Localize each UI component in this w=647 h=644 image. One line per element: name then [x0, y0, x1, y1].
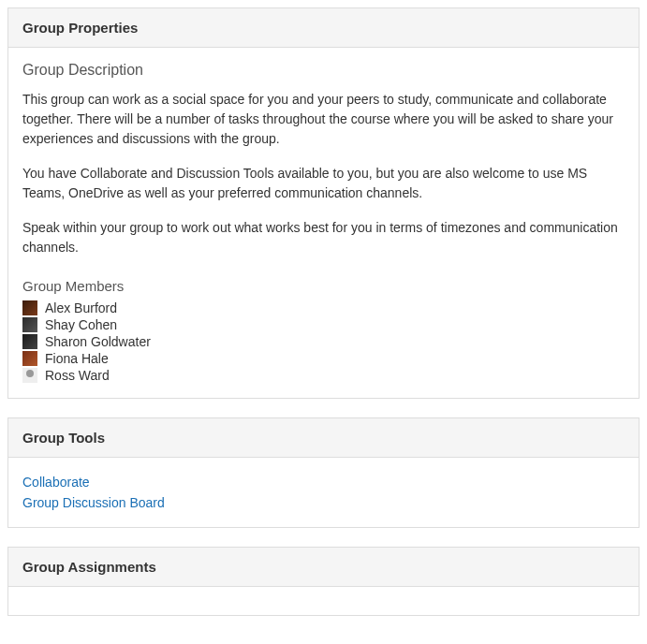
- group-properties-header: Group Properties: [8, 8, 639, 48]
- member-name: Sharon Goldwater: [45, 334, 151, 349]
- member-name: Ross Ward: [45, 368, 110, 383]
- list-item: Sharon Goldwater: [22, 333, 625, 350]
- collaborate-link[interactable]: Collaborate: [22, 472, 625, 492]
- list-item: Collaborate: [22, 472, 625, 492]
- group-properties-body: Group Description This group can work as…: [8, 48, 639, 398]
- group-tools-list: Collaborate Group Discussion Board: [22, 472, 625, 513]
- group-description-heading: Group Description: [22, 62, 625, 79]
- description-paragraph: Speak within your group to work out what…: [22, 218, 625, 257]
- group-members-heading: Group Members: [22, 278, 625, 294]
- list-item: Ross Ward: [22, 367, 625, 384]
- group-tools-header: Group Tools: [8, 418, 639, 458]
- avatar: [22, 351, 37, 366]
- description-paragraph: This group can work as a social space fo…: [22, 90, 625, 149]
- group-discussion-board-link[interactable]: Group Discussion Board: [22, 492, 625, 513]
- list-item: Shay Cohen: [22, 316, 625, 333]
- member-name: Fiona Hale: [45, 351, 109, 366]
- avatar: [22, 300, 37, 315]
- group-tools-body: Collaborate Group Discussion Board: [8, 458, 639, 527]
- group-assignments-body: [8, 587, 639, 615]
- list-item: Fiona Hale: [22, 350, 625, 367]
- list-item: Group Discussion Board: [22, 492, 625, 513]
- group-properties-panel: Group Properties Group Description This …: [7, 7, 640, 399]
- member-name: Alex Burford: [45, 300, 117, 315]
- list-item: Alex Burford: [22, 300, 625, 316]
- group-assignments-panel: Group Assignments: [7, 547, 640, 616]
- group-members-list: Alex Burford Shay Cohen Sharon Goldwater…: [22, 300, 625, 384]
- avatar: [22, 317, 37, 332]
- avatar: [22, 368, 37, 383]
- member-name: Shay Cohen: [45, 317, 117, 332]
- avatar: [22, 334, 37, 349]
- group-tools-panel: Group Tools Collaborate Group Discussion…: [7, 417, 640, 528]
- description-paragraph: You have Collaborate and Discussion Tool…: [22, 164, 625, 203]
- group-description-text: This group can work as a social space fo…: [22, 90, 625, 257]
- group-assignments-header: Group Assignments: [8, 548, 639, 587]
